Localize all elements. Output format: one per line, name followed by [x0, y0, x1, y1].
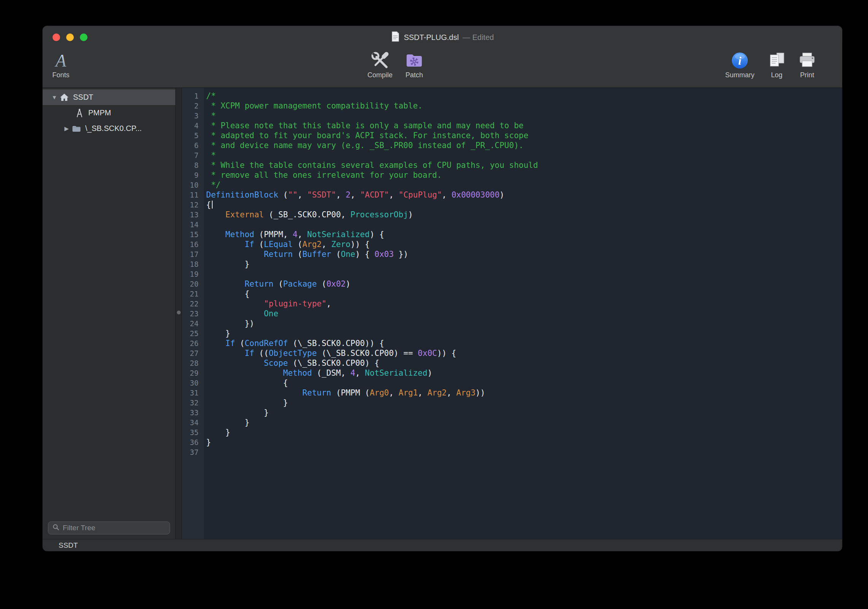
minimize-button[interactable] — [66, 33, 74, 41]
code-line: 20 Return (Package (0x02) — [182, 279, 842, 289]
splitter-handle-icon — [177, 311, 181, 314]
document-icon — [391, 31, 400, 43]
sidebar-item-pmpm[interactable]: PMPM — [43, 105, 175, 121]
window-edited-badge: — Edited — [463, 33, 494, 42]
log-pages-icon — [767, 50, 786, 71]
code-line: 37 — [182, 447, 842, 457]
code-line: 33 } — [182, 408, 842, 418]
ssdt-tree: ▼ SSDT — [43, 88, 175, 521]
line-number: 32 — [182, 398, 199, 408]
window-title: SSDT-PLUG.dsl — Edited — [391, 26, 494, 49]
disclosure-open-icon[interactable]: ▼ — [49, 94, 59, 100]
code-line: 14 — [182, 220, 842, 230]
code-line: 18 } — [182, 259, 842, 269]
sidebar-item-label: \_SB.SCK0.CP... — [85, 124, 142, 133]
line-number: 35 — [182, 427, 199, 437]
code-line: 2 * XCPM power management compatibility … — [182, 101, 842, 111]
line-number: 29 — [182, 368, 199, 378]
fonts-icon: A — [51, 50, 70, 71]
code-line: 10 */ — [182, 180, 842, 190]
code-line: 29 Method (_DSM, 4, NotSerialized) — [182, 368, 842, 378]
code-line: 12{ — [182, 200, 842, 210]
code-line: 30 { — [182, 378, 842, 388]
line-number: 11 — [182, 190, 199, 200]
line-number: 3 — [182, 111, 199, 121]
line-number: 12 — [182, 200, 199, 210]
maciasl-window: SSDT-PLUG.dsl — Edited A Fonts — [43, 26, 842, 551]
line-number: 9 — [182, 170, 199, 180]
code-editor[interactable]: 1/*2 * XCPM power management compatibili… — [182, 88, 842, 539]
code-line: 35 } — [182, 427, 842, 437]
line-number: 6 — [182, 140, 199, 150]
code-line: 23 One — [182, 309, 842, 319]
line-number: 10 — [182, 180, 199, 190]
code-area[interactable]: 1/*2 * XCPM power management compatibili… — [182, 88, 842, 457]
line-number: 20 — [182, 279, 199, 289]
sidebar-item-ssdt[interactable]: ▼ SSDT — [43, 89, 175, 105]
fonts-button[interactable]: A Fonts — [46, 50, 76, 79]
main-content: ▼ SSDT — [43, 88, 842, 539]
code-line: 13 External (_SB_.SCK0.CP00, ProcessorOb… — [182, 210, 842, 220]
titlebar[interactable]: SSDT-PLUG.dsl — Edited — [43, 26, 842, 49]
sidebar-item-sb-sck0[interactable]: ▶ \_SB.SCK0.CP... — [43, 121, 175, 136]
code-line: 15 Method (PMPM, 4, NotSerialized) { — [182, 230, 842, 239]
code-line: 26 If (CondRefOf (\_SB.SCK0.CP00)) { — [182, 338, 842, 348]
sidebar-item-label: PMPM — [88, 108, 111, 117]
text-caret — [212, 201, 213, 209]
line-number: 31 — [182, 388, 199, 398]
patch-label: Patch — [405, 71, 423, 79]
code-line: 17 Return (Buffer (One) { 0x03 }) — [182, 249, 842, 259]
line-number: 18 — [182, 259, 199, 269]
sidebar-item-label: SSDT — [73, 93, 93, 102]
line-number: 21 — [182, 289, 199, 299]
compile-icon — [370, 50, 389, 71]
line-number: 25 — [182, 328, 199, 338]
line-number: 24 — [182, 319, 199, 328]
code-line: 7 * — [182, 150, 842, 160]
search-icon — [52, 523, 60, 532]
line-number: 27 — [182, 348, 199, 358]
code-line: 21 { — [182, 289, 842, 299]
patch-icon — [405, 50, 424, 71]
disclosure-closed-icon[interactable]: ▶ — [62, 126, 72, 131]
code-line: 24 }) — [182, 319, 842, 328]
code-line: 31 Return (PMPM (Arg0, Arg1, Arg2, Arg3)… — [182, 388, 842, 398]
code-line: 11DefinitionBlock ("", "SSDT", 2, "ACDT"… — [182, 190, 842, 200]
sidebar: ▼ SSDT — [43, 88, 176, 539]
line-number: 14 — [182, 220, 199, 230]
code-line: 28 Scope (\_SB.SCK0.CP00) { — [182, 358, 842, 368]
line-number: 36 — [182, 437, 199, 447]
window-title-text: SSDT-PLUG.dsl — [404, 33, 459, 42]
log-label: Log — [771, 71, 782, 79]
code-line: 36} — [182, 437, 842, 447]
code-line: 16 If (LEqual (Arg2, Zero)) { — [182, 239, 842, 249]
patch-button[interactable]: Patch — [391, 50, 437, 79]
svg-text:i: i — [738, 54, 742, 67]
line-number: 30 — [182, 378, 199, 388]
fonts-label: Fonts — [52, 71, 69, 79]
code-line: 1/* — [182, 91, 842, 101]
summary-info-icon: i — [730, 50, 749, 71]
code-line: 34 } — [182, 418, 842, 427]
sidebar-splitter[interactable] — [176, 88, 182, 539]
line-number: 8 — [182, 160, 199, 170]
svg-text:A: A — [54, 51, 67, 70]
print-icon — [798, 50, 817, 71]
line-number: 37 — [182, 447, 199, 457]
line-number: 15 — [182, 230, 199, 239]
line-number: 19 — [182, 269, 199, 279]
zoom-button[interactable] — [80, 33, 87, 41]
code-line: 25 } — [182, 328, 842, 338]
close-button[interactable] — [52, 33, 60, 41]
window-chrome: SSDT-PLUG.dsl — Edited A Fonts — [43, 26, 842, 88]
filter-tree-input[interactable]: Filter Tree — [48, 521, 170, 534]
line-number: 28 — [182, 358, 199, 368]
method-icon — [75, 108, 84, 118]
code-line: 3 * — [182, 111, 842, 121]
print-button[interactable]: Print — [784, 50, 830, 79]
line-number: 1 — [182, 91, 199, 101]
line-number: 13 — [182, 210, 199, 220]
print-label: Print — [800, 71, 814, 79]
code-line: 4 * Please note that this table is only … — [182, 121, 842, 131]
traffic-lights — [52, 33, 87, 41]
